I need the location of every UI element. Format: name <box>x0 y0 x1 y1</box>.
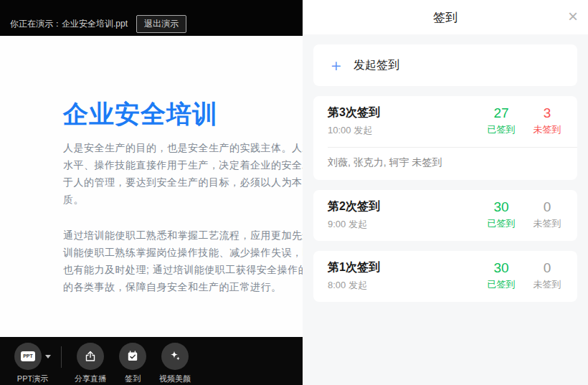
unsigned-count: 0 <box>527 260 567 276</box>
unsigned-label: 未签到 <box>527 123 567 136</box>
chevron-down-icon[interactable] <box>45 355 51 358</box>
toolbar-item-label: 视频美颜 <box>159 374 191 384</box>
toolbar-item-label: 签到 <box>125 374 141 384</box>
session-title: 第2次签到 <box>328 199 481 214</box>
slide-text-line: 通过培训能使职工熟悉和掌握工艺流程，应用更加先进的 <box>63 227 303 244</box>
slide-text-line: 的各类事故，保障自身安全和生产的正常进行。 <box>63 278 303 295</box>
slide-text-line: 人是安全生产的目的，也是安全生产的实践主体。人对安全 <box>63 139 303 156</box>
unsigned-count: 3 <box>527 105 567 121</box>
signed-count: 27 <box>481 105 521 121</box>
presentation-toolbar: PPT PPT演示 分享直播 <box>0 337 303 385</box>
unsigned-label: 未签到 <box>527 217 567 230</box>
slide-text-line: 水平、操作技能直接作用于生产，决定着企业的安全工作 <box>63 156 303 174</box>
signed-stat: 27 已签到 <box>481 105 521 136</box>
signed-count: 30 <box>481 260 521 276</box>
slide-paragraph: 人是安全生产的目的，也是安全生产的实践主体。人对安全 水平、操作技能直接作用于生… <box>63 139 303 208</box>
toolbar-item-ppt[interactable]: PPT PPT演示 <box>14 342 51 384</box>
unsigned-stat: 3 未签到 <box>527 105 567 136</box>
signed-label: 已签到 <box>481 217 521 230</box>
signed-label: 已签到 <box>481 123 521 136</box>
panel-title: 签到 <box>433 9 457 26</box>
presenter-bar: 你正在演示：企业安全培训.ppt 退出演示 <box>0 0 303 36</box>
ppt-icon[interactable]: PPT <box>14 343 42 370</box>
exit-presentation-button[interactable]: 退出演示 <box>136 15 186 33</box>
share-live-icon[interactable] <box>77 343 104 370</box>
unsigned-label: 未签到 <box>527 278 567 291</box>
toolbar-divider <box>61 346 62 368</box>
ppt-icon-text: PPT <box>21 351 35 361</box>
sign-in-session-card[interactable]: 第2次签到 9:00 发起 30 已签到 0 未签到 <box>313 190 577 241</box>
unsigned-stat: 0 未签到 <box>527 199 567 230</box>
slide-paragraph: 通过培训能使职工熟悉和掌握工艺流程，应用更加先进的 训能使职工熟练掌握岗位操作技… <box>63 227 303 295</box>
sign-in-session-card[interactable]: 第1次签到 8:00 发起 30 已签到 0 未签到 <box>313 251 577 302</box>
slide-text-line: 训能使职工熟练掌握岗位操作技能、减少操作失误，即使 <box>63 244 303 261</box>
presentation-stage: 你正在演示：企业安全培训.ppt 退出演示 企业安全培训 人是安全生产的目的，也… <box>0 0 303 385</box>
signed-count: 30 <box>481 199 521 215</box>
sign-in-session-card[interactable]: 第3次签到 10:00 发起 27 已签到 3 未签到 刘薇, 张克力, 轲宇 … <box>313 96 577 180</box>
check-in-icon[interactable] <box>119 343 146 370</box>
session-subtitle: 10:00 发起 <box>328 124 481 137</box>
toolbar-item-label: 分享直播 <box>75 374 106 384</box>
toolbar-item-share-live[interactable]: 分享直播 <box>75 342 106 384</box>
slide-title: 企业安全培训 <box>63 98 218 131</box>
toolbar-item-label: PPT演示 <box>17 374 48 384</box>
signed-stat: 30 已签到 <box>481 199 521 230</box>
session-title: 第3次签到 <box>328 105 481 120</box>
slide-body: 人是安全生产的目的，也是安全生产的实践主体。人对安全 水平、操作技能直接作用于生… <box>63 139 303 314</box>
slide-text-line: 质。 <box>63 191 303 208</box>
plus-icon: ＋ <box>328 57 344 73</box>
beauty-sparkle-icon[interactable] <box>161 343 189 370</box>
close-icon[interactable]: × <box>568 7 578 26</box>
toolbar-item-beauty[interactable]: 视频美颜 <box>159 342 191 384</box>
signed-label: 已签到 <box>481 278 521 291</box>
presenting-label: 你正在演示：企业安全培训.ppt <box>10 18 128 30</box>
slide-text-line: 于人的管理，要达到安全生产的目标，必须以人为本，全面 <box>63 174 303 191</box>
slide-text-line: 也有能力及时处理; 通过培训能使职工获得安全操作的本领 <box>63 261 303 278</box>
panel-body: ＋ 发起签到 第3次签到 10:00 发起 27 已签到 3 未签到 刘薇 <box>303 34 588 322</box>
toolbar-item-check-in[interactable]: 签到 <box>119 342 146 384</box>
create-sign-in-button[interactable]: ＋ 发起签到 <box>313 44 577 86</box>
panel-header: 签到 × <box>303 0 588 34</box>
unsigned-count: 0 <box>527 199 567 215</box>
absent-members-note: 刘薇, 张克力, 轲宇 未签到 <box>313 148 577 180</box>
slide-canvas: 企业安全培训 人是安全生产的目的，也是安全生产的实践主体。人对安全 水平、操作技… <box>0 36 303 337</box>
sign-in-panel: 签到 × ＋ 发起签到 第3次签到 10:00 发起 27 已签到 3 未签到 <box>303 0 588 385</box>
session-subtitle: 8:00 发起 <box>328 279 481 292</box>
session-title: 第1次签到 <box>328 260 481 275</box>
unsigned-stat: 0 未签到 <box>527 260 567 291</box>
create-sign-in-label: 发起签到 <box>354 58 399 73</box>
session-subtitle: 9:00 发起 <box>328 218 481 231</box>
signed-stat: 30 已签到 <box>481 260 521 291</box>
